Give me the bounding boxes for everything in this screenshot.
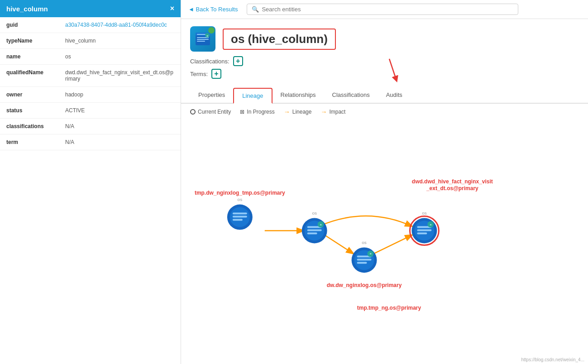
tab-properties[interactable]: Properties <box>190 88 233 104</box>
property-label: guid <box>6 22 65 28</box>
svg-rect-4 <box>197 39 209 40</box>
search-icon: 🔍 <box>252 6 259 13</box>
property-value[interactable]: a30a7438-8407-4dd8-aa81-050f4a9dec0c <box>65 22 167 28</box>
entity-title: os (hive_column) <box>231 32 328 46</box>
svg-rect-23 <box>307 230 322 231</box>
legend-lineage-label: Lineage <box>292 109 312 115</box>
legend-impact-label: Impact <box>329 109 345 115</box>
legend-current-entity-label: Current Entity <box>198 109 231 115</box>
tab-relationships[interactable]: Relationships <box>272 88 324 104</box>
property-label: status <box>6 107 65 114</box>
panel-title: hive_column <box>6 5 48 13</box>
svg-text:os: os <box>422 211 427 216</box>
svg-text:_ext_dt.os@primary: _ext_dt.os@primary <box>426 185 478 192</box>
property-row: statusACTIVE <box>0 103 181 119</box>
node4-current[interactable]: ≡ os <box>410 211 439 245</box>
svg-rect-32 <box>357 262 367 263</box>
property-row: qualifiedNamedwd.dwd_hive_fact_nginx_vis… <box>0 65 181 87</box>
legend-impact: → Impact <box>320 108 345 115</box>
right-panel: ◄ Back To Results 🔍 ≡ os (hive_column) <box>181 0 588 364</box>
legend-current-entity-dot <box>190 109 196 115</box>
hourglass-icon: ⊠ <box>240 109 244 115</box>
entity-header: ≡ os (hive_column) <box>181 19 588 52</box>
property-value: dwd.dwd_hive_fact_nginx_visit_ext_dt.os@… <box>65 69 174 82</box>
top-bar: ◄ Back To Results 🔍 <box>181 0 588 19</box>
legend-in-progress: ⊠ In Progress <box>240 109 274 115</box>
close-button[interactable]: × <box>170 5 174 13</box>
svg-line-13 <box>375 235 412 254</box>
property-row: ownerhadoop <box>0 87 181 103</box>
svg-text:dwd.dwd_hive_fact_nginx_visit: dwd.dwd_hive_fact_nginx_visit <box>412 178 493 185</box>
property-label: owner <box>6 91 65 98</box>
property-label: qualifiedName <box>6 69 65 76</box>
svg-text:dw.dw_nginxlog.os@primary: dw.dw_nginxlog.os@primary <box>327 282 402 288</box>
svg-text:≡: ≡ <box>320 223 322 226</box>
svg-rect-24 <box>307 233 317 235</box>
svg-text:os: os <box>362 239 367 244</box>
left-panel: hive_column × guida30a7438-8407-4dd8-aa8… <box>0 0 181 364</box>
property-value: ACTIVE <box>65 107 85 114</box>
node1[interactable]: os <box>227 197 253 230</box>
legend-lineage: → Lineage <box>284 108 312 115</box>
svg-rect-5 <box>197 41 205 42</box>
entity-title-box: os (hive_column) <box>223 29 336 50</box>
legend-in-progress-label: In Progress <box>247 109 274 115</box>
add-term-button[interactable]: + <box>211 69 221 79</box>
property-row: classificationsN/A <box>0 119 181 134</box>
node3[interactable]: ≡ os <box>352 239 377 273</box>
search-box[interactable]: 🔍 <box>247 4 518 15</box>
svg-text:≡: ≡ <box>369 252 371 255</box>
svg-text:tmp.dw_nginxlog_tmp.os@primary: tmp.dw_nginxlog_tmp.os@primary <box>195 190 285 196</box>
legend-current-entity: Current Entity <box>190 109 231 115</box>
watermark: https://blog.csdn.net/weixin_4... <box>521 357 584 362</box>
svg-rect-41 <box>417 233 427 235</box>
property-label: term <box>6 139 65 145</box>
lineage-diagram: os ≡ os ≡ os <box>181 120 588 364</box>
property-row: guida30a7438-8407-4dd8-aa81-050f4a9dec0c <box>0 17 181 33</box>
lineage-svg: os ≡ os ≡ os <box>181 120 588 364</box>
properties-list: guida30a7438-8407-4dd8-aa81-050f4a9dec0c… <box>0 17 181 364</box>
svg-rect-40 <box>417 230 431 231</box>
property-value: N/A <box>65 139 74 145</box>
property-row: termN/A <box>0 134 181 150</box>
property-value: os <box>65 53 71 60</box>
property-row: nameos <box>0 49 181 65</box>
property-label: classifications <box>6 123 65 129</box>
terms-label: Terms: <box>190 71 208 77</box>
svg-rect-16 <box>233 213 247 215</box>
svg-line-9 <box>389 59 396 79</box>
property-label: name <box>6 53 65 60</box>
svg-text:≡: ≡ <box>430 223 431 226</box>
svg-text:≡: ≡ <box>206 34 208 38</box>
tab-classifications[interactable]: Classifications <box>324 88 378 104</box>
property-row: typeNamehive_column <box>0 33 181 49</box>
back-button[interactable]: ◄ Back To Results <box>188 6 238 13</box>
impact-arrow-icon: → <box>320 108 327 115</box>
property-value: hive_column <box>65 38 96 44</box>
property-value: N/A <box>65 123 74 129</box>
svg-text:os: os <box>312 211 317 216</box>
lineage-arrow-icon: → <box>284 108 290 115</box>
left-panel-header: hive_column × <box>0 0 181 17</box>
red-arrow-icon <box>376 54 412 91</box>
add-classification-button[interactable]: + <box>233 56 243 66</box>
svg-rect-18 <box>233 219 243 221</box>
node2[interactable]: ≡ os <box>302 211 327 244</box>
svg-rect-31 <box>357 259 372 260</box>
tab-lineage[interactable]: Lineage <box>233 88 272 104</box>
search-input[interactable] <box>262 6 513 13</box>
svg-line-12 <box>325 235 353 254</box>
svg-rect-17 <box>233 216 247 218</box>
hive-column-svg-icon: ≡ <box>195 31 211 47</box>
classifications-label: Classifications: <box>190 58 229 65</box>
property-label: typeName <box>6 38 65 44</box>
legend-row: Current Entity ⊠ In Progress → Lineage →… <box>181 104 588 120</box>
property-value: hadoop <box>65 91 83 98</box>
entity-icon: ≡ <box>190 26 215 52</box>
svg-text:os: os <box>238 197 243 202</box>
svg-text:tmp.tmp_ng.os@primary: tmp.tmp_ng.os@primary <box>357 305 421 311</box>
